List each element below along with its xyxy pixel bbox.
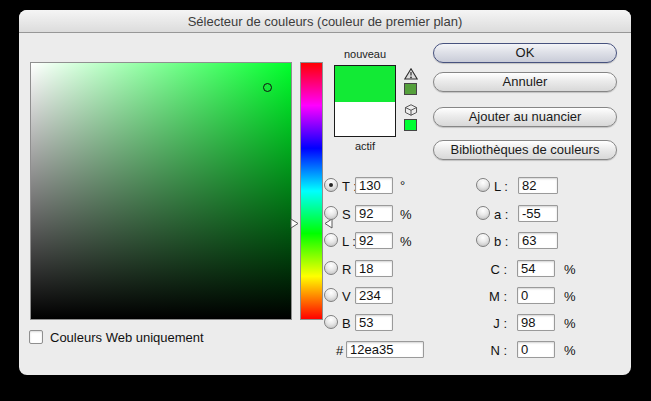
lightness-input[interactable] <box>355 232 393 249</box>
web-safe-swatch[interactable] <box>404 119 417 131</box>
color-preview <box>334 65 396 137</box>
lab-a-input[interactable] <box>518 205 558 222</box>
lab-l-label: L : <box>494 179 516 194</box>
yellow-input[interactable] <box>517 314 555 331</box>
hex-prefix: # <box>336 343 343 358</box>
web-safe-cube-icon[interactable] <box>404 104 418 116</box>
web-colors-only-checkbox[interactable] <box>29 330 43 344</box>
hue-slider[interactable] <box>300 62 323 320</box>
red-input[interactable] <box>355 260 393 277</box>
radio-green[interactable] <box>324 288 338 302</box>
cyan-unit: % <box>564 262 576 277</box>
new-color-swatch <box>335 66 395 102</box>
gamut-warning-icon[interactable] <box>404 68 418 80</box>
radio-blue[interactable] <box>324 315 338 329</box>
cyan-input[interactable] <box>517 260 555 277</box>
color-field-marker-icon[interactable] <box>263 83 272 92</box>
black-label: N : <box>485 343 507 358</box>
magenta-input[interactable] <box>517 287 555 304</box>
current-color-label: actif <box>334 140 396 152</box>
add-to-swatches-button[interactable]: Ajouter au nuancier <box>433 107 617 127</box>
magenta-unit: % <box>564 289 576 304</box>
color-picker-dialog: Sélecteur de couleurs (couleur de premie… <box>19 10 631 375</box>
new-color-label: nouveau <box>334 48 396 60</box>
dialog-title: Sélecteur de couleurs (couleur de premie… <box>188 14 463 29</box>
hex-input[interactable] <box>346 341 424 358</box>
color-field[interactable] <box>30 62 292 320</box>
yellow-unit: % <box>564 316 576 331</box>
cancel-button[interactable]: Annuler <box>433 72 617 92</box>
lightness-unit: % <box>400 234 412 249</box>
gamut-safe-swatch[interactable] <box>404 83 417 95</box>
black-input[interactable] <box>517 341 555 358</box>
color-libraries-button[interactable]: Bibliothèques de couleurs <box>433 140 617 160</box>
hue-slider-left-arrow-icon[interactable] <box>290 218 299 229</box>
lab-l-input[interactable] <box>518 177 558 194</box>
radio-red[interactable] <box>324 261 338 275</box>
yellow-label: J : <box>485 316 507 331</box>
radio-lightness[interactable] <box>324 233 338 247</box>
hue-input[interactable] <box>355 177 393 194</box>
web-colors-only-label: Couleurs Web uniquement <box>50 330 204 345</box>
lab-b-label: b : <box>494 234 516 249</box>
black-unit: % <box>564 343 576 358</box>
saturation-input[interactable] <box>355 205 393 222</box>
cyan-label: C : <box>485 262 507 277</box>
radio-saturation[interactable] <box>324 206 338 220</box>
radio-lab-a[interactable] <box>476 206 490 220</box>
title-bar: Sélecteur de couleurs (couleur de premie… <box>19 10 631 33</box>
radio-hue[interactable] <box>324 178 338 192</box>
ok-button[interactable]: OK <box>433 43 617 63</box>
radio-lab-b[interactable] <box>476 233 490 247</box>
lab-a-label: a : <box>494 207 516 222</box>
lab-b-input[interactable] <box>518 232 558 249</box>
magenta-label: M : <box>485 289 507 304</box>
radio-lab-l[interactable] <box>476 178 490 192</box>
hue-unit: ° <box>400 178 405 193</box>
saturation-unit: % <box>400 207 412 222</box>
green-input[interactable] <box>355 287 393 304</box>
blue-input[interactable] <box>355 314 393 331</box>
